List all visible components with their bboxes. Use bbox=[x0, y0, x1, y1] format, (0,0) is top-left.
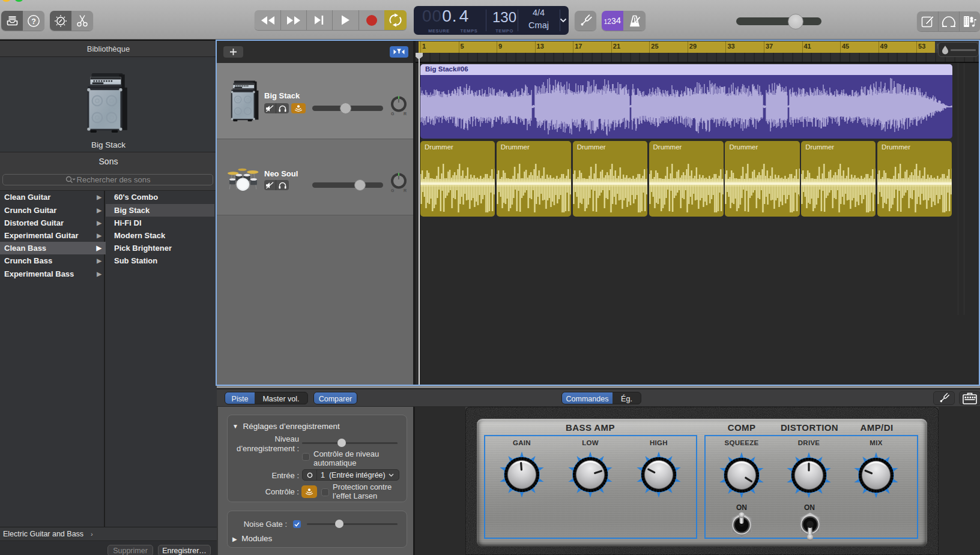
svg-text:R: R bbox=[404, 112, 407, 116]
svg-text:R: R bbox=[404, 188, 407, 193]
svg-text:?: ? bbox=[31, 17, 36, 25]
svg-text:G: G bbox=[391, 188, 395, 193]
svg-text:G: G bbox=[391, 112, 395, 116]
